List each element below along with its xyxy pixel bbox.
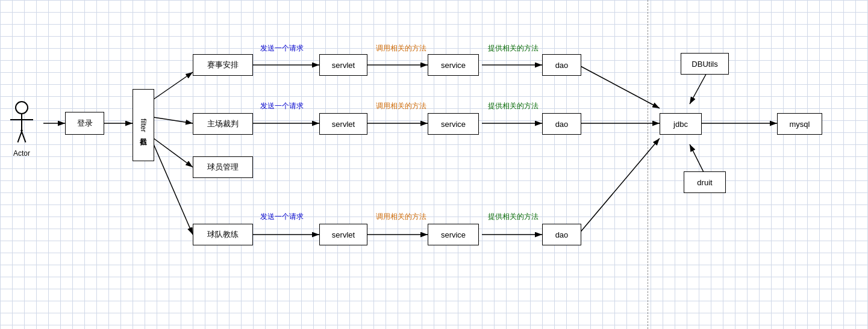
svg-line-21	[690, 71, 708, 104]
arrows-layer	[0, 0, 868, 329]
mysql-box: mysql	[777, 113, 822, 135]
service2-box: service	[428, 113, 479, 135]
svg-line-4	[154, 72, 193, 99]
send-request-label-2: 发送一个请求	[260, 101, 304, 111]
filter-label: filter拦截器	[139, 118, 148, 132]
service3-box: service	[428, 224, 479, 245]
login-box: 登录	[65, 112, 104, 135]
match-arrange-box: 赛事安排	[193, 54, 253, 76]
dao2-box: dao	[542, 113, 581, 135]
actor-arms	[10, 119, 33, 120]
provide-method-label-2: 提供相关的方法	[488, 101, 539, 111]
jdbc-box: jdbc	[660, 113, 702, 135]
actor-label: Actor	[13, 149, 30, 158]
actor-body	[21, 114, 22, 130]
call-method-label-1: 调用相关的方法	[376, 43, 426, 54]
send-request-label-3: 发送一个请求	[260, 212, 304, 222]
send-request-label-1: 发送一个请求	[260, 43, 304, 54]
svg-line-7	[154, 144, 193, 235]
druit-box: druit	[684, 171, 726, 193]
service1-box: service	[428, 54, 479, 76]
call-method-label-3: 调用相关的方法	[376, 212, 426, 222]
servlet3-box: servlet	[319, 224, 367, 245]
servlet2-box: servlet	[319, 113, 367, 135]
team-coach-box: 球队教练	[193, 224, 253, 245]
actor-leg-right	[20, 130, 26, 143]
provide-method-label-3: 提供相关的方法	[488, 212, 539, 222]
call-method-label-2: 调用相关的方法	[376, 101, 426, 111]
actor-figure: Actor	[13, 101, 30, 158]
svg-line-6	[154, 138, 193, 167]
filter-box: filter拦截器	[133, 89, 154, 161]
dao3-box: dao	[542, 224, 581, 245]
svg-line-5	[154, 117, 193, 123]
main-referee-box: 主场裁判	[193, 113, 253, 135]
dashed-separator	[648, 0, 648, 329]
actor-head	[15, 101, 28, 114]
diagram-canvas: Actor 登录 filter拦截器 赛事安排 主场裁判 球员管理 球队教练 s…	[0, 0, 868, 329]
provide-method-label-1: 提供相关的方法	[488, 43, 539, 54]
servlet1-box: servlet	[319, 54, 367, 76]
dbutils-box: DBUtils	[681, 53, 729, 75]
player-manage-box: 球员管理	[193, 156, 253, 178]
dao1-box: dao	[542, 54, 581, 76]
